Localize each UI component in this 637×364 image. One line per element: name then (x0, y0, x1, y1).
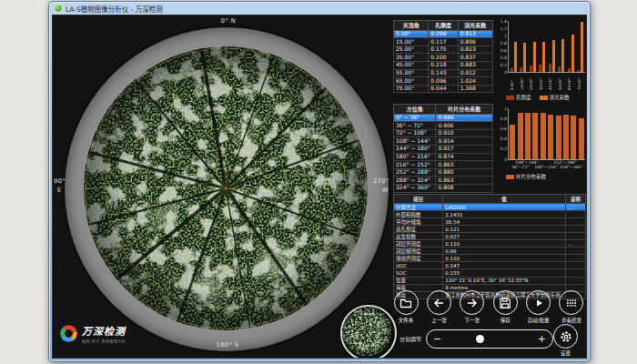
table-row[interactable]: 180° ~ 216°0.874 (394, 153, 493, 161)
compass-west-label: W (382, 187, 389, 194)
table-cell (565, 277, 585, 284)
table-row[interactable]: 288° ~ 324°0.863 (394, 177, 493, 185)
compass-north-label: 0° N (215, 17, 242, 25)
table-cell (565, 226, 585, 233)
bar-group (539, 42, 545, 72)
table-row[interactable]: 冠层郁闭度0.89 (394, 248, 586, 255)
distribution-bar (510, 125, 515, 159)
slider-knob[interactable] (476, 335, 484, 343)
extinction-bar (581, 22, 583, 72)
y-tick-label: 1.2 (496, 26, 507, 31)
table-row[interactable]: 216° ~ 252°0.863 (394, 161, 493, 169)
arrow-right-icon (460, 290, 484, 315)
next-image-button[interactable]: 下一张 (456, 290, 489, 324)
table-cell (565, 233, 585, 240)
x-tick-label: 25.00° (530, 73, 533, 90)
segmentation-slider[interactable]: − + (426, 329, 553, 349)
folder-button[interactable]: 文件夹 (389, 290, 422, 324)
table-row[interactable]: 75.00°0.0441.368 (394, 85, 493, 93)
bars-area (509, 21, 585, 72)
table-cell: 72° ~ 108° (394, 129, 436, 137)
extinction-bar (514, 42, 517, 72)
table-row[interactable]: 0° ~ 36°0.686 (394, 114, 493, 122)
bar-group (577, 22, 583, 72)
table-row[interactable]: 35.00°0.2000.837 (394, 54, 493, 62)
table-row[interactable]: 丛生指数0.827 (394, 233, 586, 240)
table-cell: 0.099 (429, 30, 458, 38)
table-cell: 0.808 (436, 184, 493, 192)
table-cell: 45.00° (394, 61, 429, 69)
x-tick-label: 75.00° (578, 73, 581, 90)
table-row[interactable]: 72° ~ 108°0.910 (394, 129, 493, 137)
canopy-photo[interactable] (84, 46, 368, 330)
porosity-bar (549, 64, 551, 72)
y-tick-label: 0.4 (496, 56, 507, 60)
table-row[interactable]: 位置120° 21' 0.19"E, 30° 16' 52.55"N (394, 277, 586, 284)
distribution-bar (548, 115, 553, 159)
settings-button[interactable]: 设置 (553, 324, 578, 357)
porosity-bar (558, 66, 561, 72)
table-row[interactable]: 108° ~ 144°0.914 (394, 137, 493, 146)
table-cell: 0.110 (443, 240, 566, 248)
table-row[interactable]: UOC0.147 (394, 262, 586, 269)
arrow-left-icon (427, 290, 451, 315)
table-row[interactable]: 叶面积指数2.2431 (394, 211, 586, 218)
table-row[interactable]: 36° ~ 72°0.906 (394, 122, 493, 130)
folder-icon (394, 290, 419, 315)
extinction-bar (533, 42, 536, 72)
table-cell: 冠层开阔度 (394, 240, 443, 248)
table-cell: 0.863 (436, 177, 493, 185)
y-tick-label: 0.4 (496, 136, 507, 141)
table-row[interactable]: 平均叶倾角38.54 (394, 218, 586, 226)
main-content: 0° N 180° S 90° E 270° W 天顶角孔隙度消光系数5.00°… (52, 15, 587, 359)
plot-area: 00.20.40.60.811.21.4 (508, 21, 585, 73)
table-row[interactable]: SOC0.155 (394, 269, 586, 277)
table-row[interactable]: 15.00°0.1170.806 (394, 38, 493, 46)
legend-swatch (540, 96, 548, 100)
table-cell: … (565, 204, 585, 211)
table-row[interactable]: 55.00°0.1430.912 (394, 69, 493, 77)
table-row[interactable]: 25.00°0.1750.823 (394, 46, 493, 54)
bar-group (520, 43, 526, 72)
table-row[interactable]: 5.00°0.0990.813 (394, 30, 493, 38)
table-cell: 总孔隙度 (394, 226, 443, 233)
table-cell (565, 262, 585, 269)
table-row[interactable]: 144° ~ 180°0.917 (394, 145, 493, 153)
auto-batch-button[interactable]: 自动/批量 (522, 290, 555, 324)
table-row[interactable]: 场地开阔度0.110 (394, 255, 586, 262)
table-row[interactable]: 65.00°0.0961.024 (394, 77, 493, 86)
bar-group (568, 35, 574, 72)
distribution-bar (525, 113, 531, 159)
table-row[interactable]: 252° ~ 288°0.880 (394, 168, 493, 177)
table-row[interactable]: 324° ~ 360°0.808 (394, 184, 493, 192)
table-cell: 55.00° (394, 69, 429, 77)
save-button[interactable]: 保存 (489, 290, 521, 324)
table-row[interactable]: 45.00°0.2180.883 (394, 61, 493, 69)
table-row[interactable]: 计算方法LAI2000… (394, 204, 586, 211)
table-cell (565, 218, 585, 226)
title-bar[interactable]: LA-S植物图像分析仪 - 万深检测 (54, 3, 585, 14)
previous-image-button[interactable]: 上一张 (422, 290, 455, 324)
table-row[interactable]: 总孔隙度0.121 (394, 226, 586, 233)
x-tick-label: 55.00° (559, 73, 562, 90)
slider-minus-button[interactable]: − (427, 332, 448, 346)
table-cell: 0.89 (443, 248, 566, 255)
table-cell: 0.686 (436, 114, 493, 122)
table-cell: 0.910 (436, 129, 493, 137)
column-header: 值 (443, 195, 566, 204)
table-cell: 324° ~ 360° (394, 184, 436, 192)
brand-name: 万深检测 (82, 323, 126, 338)
table-cell: 0.147 (443, 262, 566, 269)
preview-thumbnail[interactable] (340, 305, 397, 359)
toolbar: 文件夹 上一张 下一张 保存 (389, 290, 587, 324)
table-cell: LAI2000 (443, 204, 566, 211)
slider-plus-button[interactable]: + (531, 332, 552, 346)
table-row[interactable]: 冠层开阔度0.110… (394, 240, 586, 248)
extinction-bar (571, 35, 574, 72)
table-cell: 0.175 (429, 46, 458, 54)
app-window: LA-S植物图像分析仪 - 万深检测 (48, 1, 591, 362)
table-cell: 0.874 (436, 153, 493, 161)
view-results-button[interactable]: 查看结果 (555, 290, 587, 324)
porosity-bar (568, 68, 571, 72)
table-cell: 冠层郁闭度 (394, 248, 443, 255)
